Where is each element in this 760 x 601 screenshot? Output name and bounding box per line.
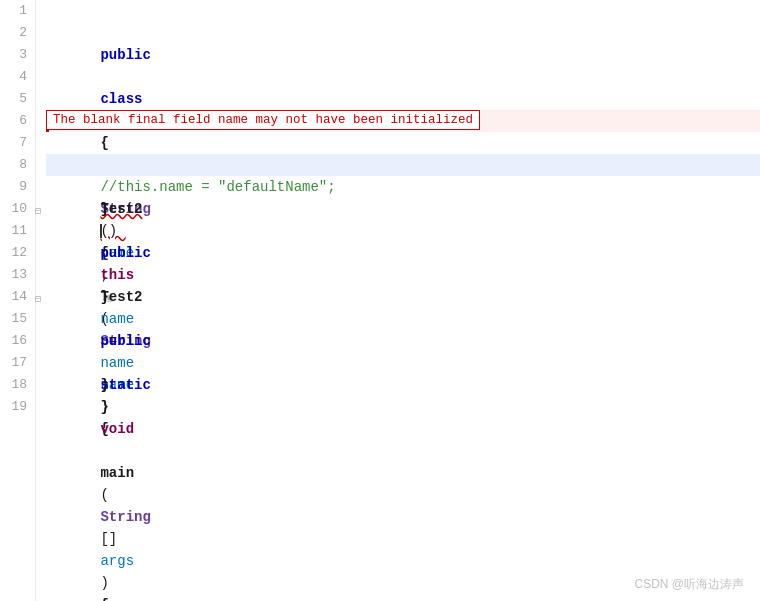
ln-12: 12 <box>0 242 27 264</box>
ln-5: 5 <box>0 88 27 110</box>
ln-14: 14 <box>0 286 27 308</box>
code-line-19 <box>46 396 760 418</box>
token-void14: void <box>100 421 134 437</box>
ln-16: 16 <box>0 330 27 352</box>
code-line-18: } <box>46 374 760 396</box>
code-content[interactable]: public class Test2 { private final Strin… <box>36 0 760 601</box>
code-line-3 <box>46 44 760 66</box>
token-arr14: [] <box>100 531 125 547</box>
code-line-5 <box>46 88 760 110</box>
ln-4: 4 <box>0 66 27 88</box>
ln-13: 13 <box>0 264 27 286</box>
watermark: CSDN @听海边涛声 <box>634 576 744 593</box>
token-paren14: ( <box>100 487 108 503</box>
code-line-8: } <box>46 154 760 176</box>
ln-8: 8 <box>0 154 27 176</box>
code-line-17 <box>46 352 760 374</box>
token-close14: ) <box>100 575 117 591</box>
token-args14: args <box>100 553 134 569</box>
ln-6: 6 <box>0 110 27 132</box>
ln-1: 1 <box>0 0 27 22</box>
code-line-15 <box>46 308 760 330</box>
code-line-12: } <box>46 242 760 264</box>
code-line-14: public static void main ( String [] args… <box>46 286 760 308</box>
code-line-7: //this.name = "defaultName"; <box>46 132 760 154</box>
ln-17: 17 <box>0 352 27 374</box>
ln-11: 11 <box>0 220 27 242</box>
ln-18: 18 <box>0 374 27 396</box>
ln-19: 19 <box>0 396 27 418</box>
token-main14: main <box>100 465 134 481</box>
code-editor: 1 2 3 4 5 6 7 8 9 10 11 12 13 14 15 16 1… <box>0 0 760 601</box>
code-line-11: this . name = name ; <box>46 220 760 242</box>
line-numbers: 1 2 3 4 5 6 7 8 9 10 11 12 13 14 15 16 1… <box>0 0 36 601</box>
token-brace14: { <box>100 597 108 601</box>
ln-7: 7 <box>0 132 27 154</box>
code-line-1 <box>46 0 760 22</box>
code-line-13 <box>46 264 760 286</box>
ln-9: 9 <box>0 176 27 198</box>
code-line-9 <box>46 176 760 198</box>
ln-2: 2 <box>0 22 27 44</box>
code-line-4: private final String name ; <box>46 66 760 88</box>
code-line-2: public class Test2 { <box>46 22 760 44</box>
ln-10: 10 <box>0 198 27 220</box>
token-strtype14: String <box>100 509 150 525</box>
code-line-10: public Test2 ( String name ) { <box>46 198 760 220</box>
error-tooltip: The blank final field name may not have … <box>46 110 480 130</box>
ln-3: 3 <box>0 44 27 66</box>
token-sp14c <box>100 443 108 459</box>
code-line-16: } <box>46 330 760 352</box>
ln-15: 15 <box>0 308 27 330</box>
